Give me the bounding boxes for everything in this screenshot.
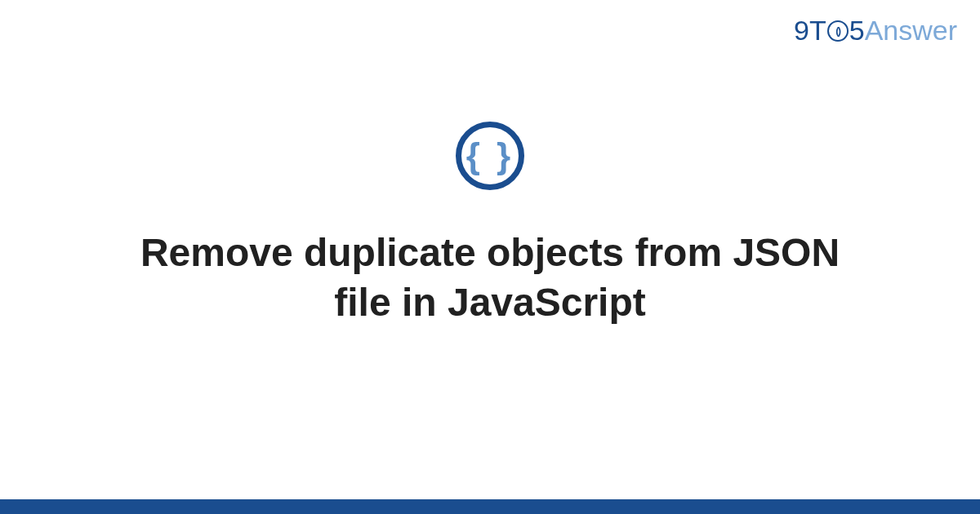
category-icon-circle: { }	[456, 122, 524, 190]
braces-icon: { }	[466, 135, 514, 176]
footer-accent-bar	[0, 499, 980, 514]
page-title: Remove duplicate objects from JSON file …	[122, 228, 858, 328]
main-content: { } Remove duplicate objects from JSON f…	[0, 0, 980, 514]
